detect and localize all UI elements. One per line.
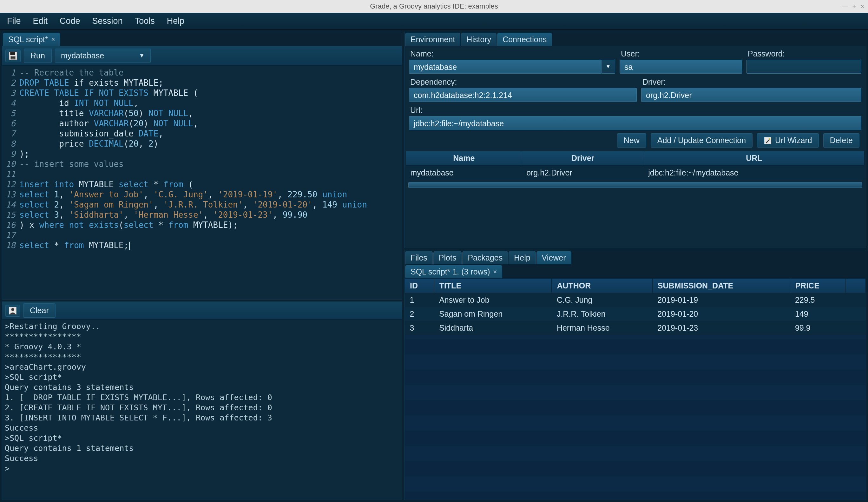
close-icon[interactable]: × xyxy=(51,36,55,43)
window-title: Grade, a Groovy analytics IDE: examples xyxy=(370,2,498,10)
console-settings-button[interactable] xyxy=(6,305,20,317)
tab-environment[interactable]: Environment xyxy=(405,33,460,46)
close-icon[interactable]: × xyxy=(860,3,864,10)
window-titlebar: Grade, a Groovy analytics IDE: examples … xyxy=(0,0,868,13)
dependency-label: Dependency: xyxy=(409,78,637,86)
table-row[interactable]: mydatabaseorg.h2.Driverjdbc:h2:file:~/my… xyxy=(406,166,865,180)
menu-edit[interactable]: Edit xyxy=(33,16,48,26)
tab-plots[interactable]: Plots xyxy=(433,251,462,264)
results-header: AUTHOR xyxy=(552,279,652,293)
user-label: User: xyxy=(620,49,742,58)
svg-point-8 xyxy=(769,138,770,139)
add-update-button[interactable]: Add / Update Connection xyxy=(651,133,753,147)
name-label: Name: xyxy=(409,49,615,58)
result-tab-label: SQL script* 1. (3 rows) xyxy=(411,267,490,276)
name-input[interactable]: mydatabase xyxy=(409,60,601,74)
menu-session[interactable]: Session xyxy=(92,16,123,26)
delete-button[interactable]: Delete xyxy=(823,133,859,147)
table-row[interactable]: 3SiddhartaHerman Hesse2019-01-2399.9 xyxy=(405,321,866,335)
user-input[interactable]: sa xyxy=(620,60,742,74)
editor-toolbar: Run mydatabase ▼ xyxy=(2,46,402,66)
table-row[interactable]: 2Sagan om RingenJ.R.R. Tolkien2019-01-20… xyxy=(405,307,866,321)
svg-rect-4 xyxy=(11,58,14,58)
tab-label: SQL script* xyxy=(8,35,48,44)
result-tab[interactable]: SQL script* 1. (3 rows) × xyxy=(405,265,502,278)
tab-packages[interactable]: Packages xyxy=(462,251,508,264)
tab-files[interactable]: Files xyxy=(405,251,433,264)
clear-button[interactable]: Clear xyxy=(23,303,55,318)
table-row[interactable]: 1Answer to JobC.G. Jung2019-01-19229.5 xyxy=(405,293,866,307)
console-output[interactable]: >Restarting Groovy.. **************** * … xyxy=(2,319,402,500)
results-header: ID xyxy=(405,279,434,293)
svg-point-6 xyxy=(11,308,14,311)
tab-sql-script[interactable]: SQL script* × xyxy=(3,33,60,46)
menubar: FileEditCodeSessionToolsHelp xyxy=(0,13,868,30)
driver-input[interactable]: org.h2.Driver xyxy=(641,88,861,102)
dependency-input[interactable]: com.h2database:h2:2.1.214 xyxy=(409,88,637,102)
conn-table-header: URL xyxy=(644,151,864,166)
new-button[interactable]: New xyxy=(617,133,646,147)
tab-history[interactable]: History xyxy=(461,33,496,46)
maximize-icon[interactable]: + xyxy=(852,3,856,10)
conn-table-header: Driver xyxy=(522,151,644,166)
chevron-down-icon: ▼ xyxy=(606,64,611,70)
console-toolbar: Clear xyxy=(2,302,402,319)
svg-rect-3 xyxy=(11,57,14,57)
tab-viewer[interactable]: Viewer xyxy=(537,251,571,264)
database-select[interactable]: mydatabase ▼ xyxy=(55,49,151,63)
url-label: Url: xyxy=(409,106,861,115)
menu-file[interactable]: File xyxy=(7,16,21,26)
results-header: SUBMISSION_DATE xyxy=(652,279,790,293)
name-dropdown[interactable]: ▼ xyxy=(601,60,615,74)
minimize-icon[interactable]: — xyxy=(842,3,848,10)
horizontal-scrollbar[interactable] xyxy=(408,182,862,188)
password-input[interactable] xyxy=(746,60,861,74)
wizard-icon xyxy=(764,136,772,145)
results-header: TITLE xyxy=(434,279,552,293)
url-input[interactable]: jdbc:h2:file:~/mydatabase xyxy=(409,116,861,130)
close-icon[interactable]: × xyxy=(493,268,497,275)
save-button[interactable] xyxy=(6,50,21,62)
results-table: IDTITLEAUTHORSUBMISSION_DATEPRICE 1Answe… xyxy=(404,278,866,335)
tab-connections[interactable]: Connections xyxy=(497,33,552,46)
url-wizard-button[interactable]: Url Wizard xyxy=(757,133,819,147)
chevron-down-icon: ▼ xyxy=(139,52,145,59)
password-label: Password: xyxy=(746,49,861,58)
results-header: PRICE xyxy=(790,279,846,293)
svg-rect-1 xyxy=(10,52,15,55)
menu-tools[interactable]: Tools xyxy=(135,16,155,26)
menu-help[interactable]: Help xyxy=(167,16,185,26)
tab-help[interactable]: Help xyxy=(508,251,536,264)
driver-label: Driver: xyxy=(641,78,861,86)
connections-table: NameDriverURLmydatabaseorg.h2.Driverjdbc… xyxy=(406,151,865,180)
results-area[interactable]: IDTITLEAUTHORSUBMISSION_DATEPRICE 1Answe… xyxy=(404,278,866,500)
database-select-value: mydatabase xyxy=(61,51,104,60)
conn-table-header: Name xyxy=(406,151,522,166)
code-editor[interactable]: 123456789101112131415161718 -- Recreate … xyxy=(2,66,402,299)
run-button[interactable]: Run xyxy=(24,49,52,63)
menu-code[interactable]: Code xyxy=(60,16,80,26)
